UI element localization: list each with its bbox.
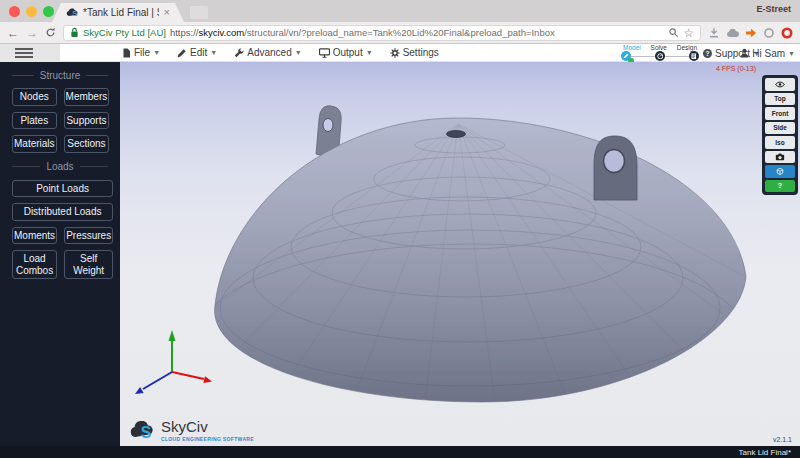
stepper-model-label: Model: [623, 44, 641, 51]
chevron-down-icon: ▼: [153, 49, 160, 56]
3d-scene[interactable]: [120, 62, 800, 446]
security-badge[interactable]: SkyCiv Pty Ltd [AU]: [83, 27, 166, 38]
stepper-solve-label: Solve: [651, 44, 667, 51]
view-front-button[interactable]: Front: [765, 107, 795, 120]
new-tab-button[interactable]: [190, 6, 208, 19]
model-filename: Tank Lid Final*: [739, 448, 791, 457]
app-menus: File▼ Edit▼ Advanced▼ Output▼ Settings: [122, 44, 439, 61]
back-icon[interactable]: ←: [7, 27, 19, 39]
chevron-down-icon: ▼: [210, 49, 217, 56]
materials-button[interactable]: Materials: [12, 135, 57, 153]
sections-button[interactable]: Sections: [64, 135, 110, 153]
pressures-button[interactable]: Pressures: [64, 227, 113, 245]
menu-output[interactable]: Output▼: [319, 47, 373, 58]
window-controls[interactable]: [9, 6, 54, 17]
stepper-design-label: Design: [677, 44, 697, 51]
pencil-icon: [177, 48, 187, 58]
menu-output-label: Output: [333, 47, 363, 58]
plates-button[interactable]: Plates: [12, 112, 57, 130]
download-extension-icon[interactable]: [708, 27, 720, 39]
skyciv-favicon-icon: S: [66, 8, 78, 17]
nodes-button[interactable]: Nodes: [12, 88, 57, 106]
svg-text:S: S: [72, 9, 78, 17]
loads-section-header: Loads: [12, 161, 108, 173]
self-weight-button[interactable]: Self Weight: [64, 250, 113, 279]
menu-file-label: File: [134, 47, 150, 58]
hamburger-icon[interactable]: [0, 44, 60, 62]
search-icon[interactable]: [668, 27, 679, 38]
file-icon: [122, 48, 131, 58]
right-lifting-lug[interactable]: [594, 136, 637, 200]
user-menu[interactable]: Hi Sam ▼: [740, 44, 795, 62]
apex-hole: [447, 131, 466, 138]
menu-settings[interactable]: Settings: [390, 47, 439, 58]
visibility-button[interactable]: [765, 78, 795, 91]
solve-gauge-icon: [657, 53, 664, 60]
close-window-button[interactable]: [9, 6, 20, 17]
logo-name: SkyCiv: [161, 419, 254, 434]
menu-settings-label: Settings: [403, 47, 439, 58]
members-button[interactable]: Members: [64, 88, 110, 106]
monitor-icon: [319, 48, 330, 58]
solve-step-button[interactable]: [655, 51, 665, 61]
star-icon[interactable]: ☆: [683, 27, 694, 39]
supports-button[interactable]: Supports: [64, 112, 110, 130]
eye-icon: [775, 81, 785, 88]
cloud-extension-icon[interactable]: [726, 27, 739, 39]
browser-tab[interactable]: S *Tank Lid Final | SkyCiv ×: [52, 3, 184, 22]
chevron-down-icon: ▼: [788, 50, 795, 57]
padlock-icon[interactable]: [70, 27, 79, 38]
menu-advanced-label: Advanced: [247, 47, 291, 58]
view-iso-button[interactable]: Iso: [765, 136, 795, 149]
tab-strip: S *Tank Lid Final | SkyCiv × E-Street: [0, 0, 800, 22]
loads-buttons: Point Loads Distributed Loads Moments Pr…: [12, 180, 108, 280]
wrench-icon: [234, 48, 244, 58]
help-button[interactable]: ?: [765, 180, 795, 193]
load-combos-button[interactable]: Load Combos: [12, 250, 57, 279]
gear-icon: [390, 48, 400, 58]
model-viewport[interactable]: 4 FPS (0-13) Top Front Side Iso: [120, 62, 800, 446]
url-input[interactable]: SkyCiv Pty Ltd [AU] https://skyciv.com/s…: [63, 25, 701, 41]
ring-extension-icon[interactable]: [781, 27, 793, 39]
view-top-button[interactable]: Top: [765, 93, 795, 106]
workflow-stepper: Model Solve Design: [621, 44, 699, 62]
chevron-down-icon: ▼: [295, 49, 302, 56]
logo-tagline: CLOUD ENGINEERING SOFTWARE: [161, 436, 254, 442]
version-label: v2.1.1: [773, 436, 792, 443]
menu-edit[interactable]: Edit▼: [177, 47, 217, 58]
axis-gizmo: [135, 330, 212, 394]
render-button[interactable]: [765, 165, 795, 178]
zoom-window-button[interactable]: [43, 6, 54, 17]
url-text: https://skyciv.com/structural/vn/?preloa…: [170, 27, 555, 38]
arrow-extension-icon[interactable]: [745, 27, 757, 39]
user-label: Hi Sam: [752, 48, 785, 59]
tank-lid-model[interactable]: [200, 118, 746, 424]
distributed-loads-button[interactable]: Distributed Loads: [12, 203, 113, 221]
minimize-window-button[interactable]: [26, 6, 37, 17]
screenshot-button[interactable]: [765, 151, 795, 164]
render-cube-icon: [776, 167, 784, 175]
chevron-down-icon: ▼: [366, 49, 373, 56]
model-step-button[interactable]: [621, 51, 631, 61]
browser-profile-name[interactable]: E-Street: [756, 4, 791, 14]
design-step-button[interactable]: [689, 51, 699, 61]
menu-file[interactable]: File▼: [122, 47, 160, 58]
camera-icon: [775, 153, 785, 161]
fps-counter: 4 FPS (0-13): [716, 65, 756, 72]
point-loads-button[interactable]: Point Loads: [12, 180, 113, 198]
forward-icon[interactable]: →: [26, 27, 38, 39]
svg-text:S: S: [141, 423, 152, 440]
moments-button[interactable]: Moments: [12, 227, 57, 245]
user-icon: [740, 48, 749, 58]
circle-extension-icon[interactable]: [763, 27, 775, 39]
structure-buttons: Nodes Members Plates Supports Materials …: [12, 88, 108, 153]
tab-close-icon[interactable]: ×: [164, 7, 170, 18]
reload-icon[interactable]: [45, 27, 56, 38]
tab-title: *Tank Lid Final | SkyCiv: [83, 7, 159, 18]
menu-edit-label: Edit: [190, 47, 207, 58]
app-menu-bar: File▼ Edit▼ Advanced▼ Output▼ Settings: [0, 44, 800, 62]
view-toolbar: Top Front Side Iso ?: [762, 75, 798, 195]
question-icon: ?: [703, 49, 712, 58]
menu-advanced[interactable]: Advanced▼: [234, 47, 301, 58]
view-side-button[interactable]: Side: [765, 122, 795, 135]
